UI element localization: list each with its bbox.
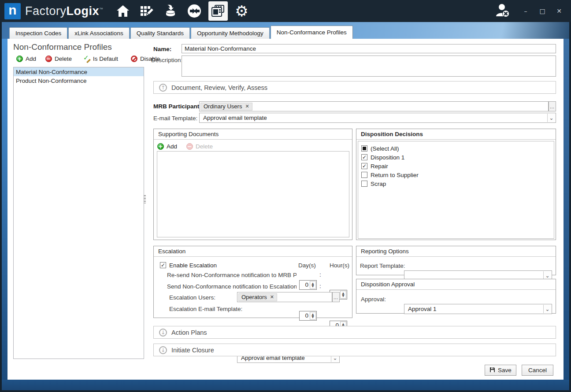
resend-days-spinner[interactable]: 0 ▲▼	[299, 280, 317, 290]
checkbox-label: Return to Supplier	[371, 172, 419, 178]
grid-pencil-icon	[140, 4, 154, 18]
description-textarea[interactable]	[182, 55, 556, 77]
enable-escalation-checkbox[interactable]: ✓ Enable Escalation	[160, 261, 217, 270]
checkbox-scrap[interactable]: Scrap	[361, 179, 554, 188]
spinner-value: 0	[305, 312, 308, 319]
save-icon	[489, 367, 495, 374]
email-template-label: E-mail Template:	[153, 115, 197, 122]
enable-escalation-label: Enable Escalation	[169, 262, 217, 269]
escalation-email-template-label: Escalation E-mail Template:	[169, 306, 242, 312]
user-account-button[interactable]	[493, 2, 513, 20]
data-import-nav-button[interactable]	[161, 1, 180, 21]
sync-nav-button[interactable]	[185, 1, 204, 21]
tab-quality-standards[interactable]: Quality Standards	[130, 27, 190, 39]
checkbox-checked-icon: ✓	[160, 262, 166, 268]
profiles-toolbar: + Add − Delete ✓ Is Default Disable	[16, 55, 160, 62]
escalation-users-label: Escalation Users:	[169, 294, 215, 301]
planning-nav-button[interactable]	[137, 1, 156, 21]
email-template-dropdown[interactable]: Approval email template ⌄	[199, 113, 556, 123]
mrb-tag-label: Ordinary Users	[204, 103, 242, 110]
disposition-approval-group: Disposition Approval Approval: Approval …	[356, 279, 556, 314]
escalation-user-tag[interactable]: Operators ✕	[238, 293, 277, 301]
escalation-users-browse-button[interactable]: …	[332, 292, 340, 302]
spinner-value: 0	[305, 281, 308, 288]
settings-nav-button[interactable]: ⚙	[232, 1, 252, 21]
left-panel-title: Non-Conformance Profiles	[13, 42, 112, 52]
tab-inspection-codes[interactable]: Inspection Codes	[9, 27, 67, 39]
checkbox-checked-icon: ✓	[361, 163, 367, 169]
delete-document-button[interactable]: − Delete	[186, 143, 213, 150]
initiate-closure-section-header[interactable]: ↓ Initiate Closure	[153, 344, 556, 356]
tab-xlink-associations[interactable]: xLink Associations	[68, 27, 129, 39]
checkbox-return-to-supplier[interactable]: Return to Supplier	[361, 170, 554, 179]
checkbox-repair[interactable]: ✓ Repair	[361, 162, 554, 170]
remove-tag-icon[interactable]: ✕	[270, 294, 274, 300]
add-icon: +	[157, 143, 164, 150]
name-input[interactable]: Material Non-Conformance	[182, 44, 556, 53]
disposition-approval-title: Disposition Approval	[356, 279, 556, 290]
app-title: FactoryLogix™	[25, 4, 104, 18]
maximize-button[interactable]: □	[536, 5, 549, 17]
minimize-button[interactable]: –	[519, 5, 532, 17]
mrb-participants-browse-button[interactable]: …	[549, 101, 556, 111]
document-review-section-title: Document, Review, Verify, Assess	[171, 84, 267, 91]
gear-icon: ⚙	[235, 4, 248, 18]
brand-light: Factory	[25, 4, 67, 18]
window-frame-right	[564, 39, 569, 380]
quality-nav-button[interactable]	[208, 1, 228, 21]
spinner-arrows-icon[interactable]: ▲▼	[340, 291, 346, 299]
checkbox-label: Scrap	[371, 181, 386, 187]
mrb-participants-field[interactable]: Ordinary Users ✕	[199, 101, 549, 111]
app-logo: n	[4, 3, 21, 19]
mrb-participants-label: MRB Participants:	[153, 103, 204, 110]
send-days-spinner[interactable]: 0 ▲▼	[299, 311, 317, 321]
spinner-arrows-icon[interactable]: ▲▼	[310, 281, 316, 289]
checkbox-indeterminate-icon	[361, 145, 367, 152]
add-profile-button[interactable]: + Add	[16, 55, 45, 62]
initiate-closure-title: Initiate Closure	[171, 347, 214, 354]
description-label: Description:	[151, 57, 182, 63]
disposition-decisions-title: Disposition Decisions	[356, 129, 556, 140]
brand-bold: Logix	[67, 4, 100, 18]
spinner-arrows-icon[interactable]: ▲▼	[310, 312, 316, 320]
close-button[interactable]: ✕	[552, 5, 566, 17]
delete-document-label: Delete	[196, 143, 213, 150]
expand-down-icon: ↓	[159, 346, 167, 354]
checkbox-select-all[interactable]: (Select All)	[361, 144, 554, 153]
brand-trademark: ™	[99, 7, 104, 11]
add-document-button[interactable]: + Add	[157, 143, 186, 150]
name-label: Name:	[153, 46, 171, 52]
hours-column-header: Hour(s)	[330, 262, 349, 269]
panel-splitter[interactable]	[144, 195, 146, 203]
checkbox-disposition-1[interactable]: ✓ Disposition 1	[361, 153, 554, 162]
supporting-documents-group: Supporting Documents + Add − Delete	[153, 129, 352, 240]
document-review-section-header[interactable]: ↑ Document, Review, Verify, Assess	[153, 81, 556, 94]
list-item[interactable]: Material Non-Conformance	[14, 67, 144, 76]
action-plans-section-header[interactable]: ↓ Action Plans	[153, 326, 556, 339]
add-icon: +	[16, 55, 23, 62]
checkbox-label: Disposition 1	[371, 154, 404, 161]
time-separator: :	[319, 283, 321, 289]
tab-opportunity-methodology[interactable]: Opportunity Methodology	[191, 27, 270, 39]
sync-arrows-icon	[187, 4, 202, 18]
delete-profile-button[interactable]: − Delete	[45, 55, 83, 62]
approval-dropdown[interactable]: Approval 1 ⌄	[404, 304, 552, 314]
supporting-documents-list[interactable]	[157, 151, 349, 237]
remove-tag-icon[interactable]: ✕	[245, 104, 249, 109]
window-frame-bottom	[2, 380, 569, 390]
name-value: Material Non-Conformance	[185, 45, 256, 52]
escalation-users-field[interactable]: Operators ✕	[237, 292, 332, 302]
days-column-header: Day(s)	[298, 262, 316, 269]
save-button[interactable]: Save	[485, 365, 516, 376]
is-default-button[interactable]: ✓ Is Default	[83, 55, 131, 62]
disposition-decisions-list: (Select All) ✓ Disposition 1 ✓ Repair Re…	[358, 141, 554, 239]
checkbox-label: (Select All)	[371, 145, 399, 152]
list-item[interactable]: Product Non-Conformance	[14, 76, 144, 85]
cancel-button[interactable]: Cancel	[522, 365, 553, 376]
is-default-icon: ✓	[83, 55, 90, 62]
home-nav-button[interactable]	[113, 1, 133, 21]
tab-non-conformance-profiles[interactable]: Non-Conformance Profiles	[271, 26, 353, 39]
send-notification-label: Send Non-Conformance notification to Esc…	[167, 283, 297, 290]
tabs: Inspection Codes xLink Associations Qual…	[9, 26, 354, 39]
mrb-participant-tag[interactable]: Ordinary Users ✕	[200, 103, 252, 111]
